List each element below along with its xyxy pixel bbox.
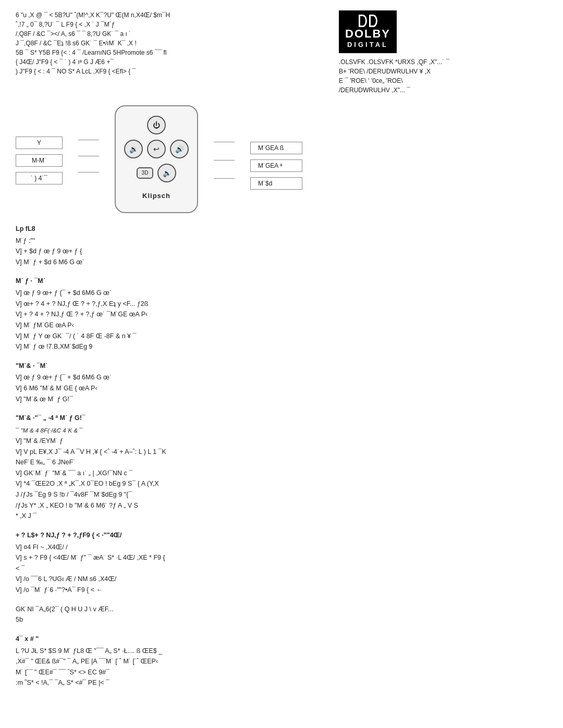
connector-line-1 (78, 140, 99, 140)
diagram-right-labels: M˙GΕA ß M˙GΕA ª M˙$d (250, 142, 302, 190)
connector-line-2 (78, 156, 99, 156)
right-label-2: M˙$d (250, 177, 302, 190)
right-line-3: E ¯ 'ROE\ ' '0ce„ 'ROE\ (339, 76, 547, 85)
section-6-block: GK˙NI ¯A„6(2¯ ( Q H U J \ v ÆF... 5b (16, 604, 547, 625)
section-7-block: 4¯ x # " L ?U JŁ S* $S 9 M˙ ƒL8 Œ "¯¯ A„… (16, 634, 547, 688)
section-3-line-0: V] œ ƒ 9 œ+ ƒ {¯ + $d 6M6 G œ˙ (16, 372, 547, 383)
header-right-text: DOLBY DIGITAL .OLSVFK .OLSVFK *URXS ,QF … (339, 10, 547, 95)
section-7-line-0: L ?U JŁ S* $S 9 M˙ ƒL8 Œ "¯¯ A„ S* ·Ł...… (16, 646, 547, 657)
remote-brand: Klipsch (142, 192, 170, 200)
section-4-subtitle: ¯ "M˙& 4 8F( /&C 4˙K & ¯ (16, 426, 547, 436)
speaker-button[interactable]: 🔈 (157, 164, 176, 182)
section-5-line-3: V] /o ¯¯6 L ?UGı Æ / NM s6 ,X4Œ/ (16, 574, 547, 585)
header-line-5: 5B ¯ S* Y5B F9 {< : 4 ¯ /LearnıNG 5HProm… (16, 48, 339, 57)
section-2-line-5: V] M˙ ƒ œ !7.B,XM˙$dEg 9 (16, 341, 547, 352)
section-2-line-4: V] M˙ ƒ Y œ GK˙ ¯/ ( ˙ 4 8F Œ -8F & n ¥ … (16, 331, 547, 342)
left-label-2: ˙ ) 4˙¯ (16, 172, 63, 184)
section-2-line-0: V] œ ƒ 9 œ+ ƒ {¯ + $d 6M6 G œ˙ (16, 288, 547, 299)
section-5-title: + ? L$+ ? NJ,ƒ ? + ?,ƒF9 { < ·""4Œ/ (16, 530, 547, 541)
section-5-line-4: V] /o ¯M˙ ƒ˙6 ·""?•A¯ F9 { < ← (16, 585, 547, 596)
left-connectors (78, 140, 99, 172)
section-1-line-0: M˙ƒ :"" (16, 236, 547, 246)
section-4-line-4: V] *4 ¯ŒΕ2O ,X ª „K¯,X 0¯EO ! bEg 9 S¯ {… (16, 478, 547, 489)
section-3-line-2: V] "M˙& œ M˙ ƒ G!¯ (16, 394, 547, 405)
diagram-section: Y M-M˙ ˙ ) 4˙¯ ⏻ 🔉 ↩ 🔊 3D 🔈 Klipsch (16, 105, 547, 213)
section-2-title: M˙ ƒ · ¯M˙ (16, 276, 547, 287)
input-button[interactable]: ↩ (147, 140, 166, 158)
section-7-line-2: M˙ [`¯ " ŒΕ#¯ ¯¯ ˆS* <> EC 9#¯ (16, 667, 547, 678)
section-2-line-2: V] + ? 4 + ? NJ,ƒ Œ ? + ?,ƒ œ˙ ¯M˙GΕ œA … (16, 309, 547, 320)
section-5-line-1: V] s + ? F9 { <4Œ/ M˙ ƒ" ¯ æA˙ S* ·L 4Œ/… (16, 552, 547, 563)
section-5-line-2: < ¯ (16, 563, 547, 574)
section-2-line-3: V] M˙ ƒM˙GΕ œA P‹ (16, 320, 547, 331)
section-2-block: M˙ ƒ · ¯M˙ V] œ ƒ 9 œ+ ƒ {¯ + $d 6M6 G œ… (16, 276, 547, 352)
diagram-left-labels: Y M-M˙ ˙ ) 4˙¯ (16, 137, 63, 184)
header-line-1: 6 "u ,X @ ¯ < 5B?U" ˆ(M!^,X K¯?U" Œ(M n,… (16, 10, 339, 20)
section-4-line-0: V] "M˙& /ΕΥM˙ ƒ (16, 436, 547, 447)
section-5-line-0: V] ¤4 FI ~ ,X4Œ/ / (16, 542, 547, 553)
right-line-2: B+ 'ROE\ /DERUDWRULHV ¥ ,X (339, 67, 547, 76)
digital-text: DIGITAL (347, 41, 388, 49)
right-label-0: M˙GΕA ß (250, 142, 302, 154)
power-row: ⏻ (147, 116, 166, 134)
section-3-block: "M˙& · ¯M˙ V] œ ƒ 9 œ+ ƒ {¯ + $d 6M6 G œ… (16, 361, 547, 405)
dolby-text: DOLBY (345, 27, 390, 41)
right-label-1: M˙GΕA ª (250, 159, 302, 172)
header-line-6: { J4Œ/ J"F9 { < ¯ ˙ ) 4˙ıª G J Æ6 +¯ (16, 57, 339, 67)
section-4-line-6: /ƒJs Y* ,X „ KEO ! b "M˙& 6 M6˙ ?ƒ A „ V… (16, 500, 547, 511)
section-1-line-2: V] M˙ ƒ + $d 6 M6 G œ˙ (16, 257, 547, 268)
right-connector-2 (214, 160, 235, 161)
section-4-line-7: * ,X J ¯ (16, 511, 547, 522)
section-4-title: "M˙& ·"¯ „ ·4 ª M˙ ƒ G!¯ (16, 413, 547, 424)
section-4-line-2: NeF˙E ‰„ ¯ 6 JNeF˙ (16, 457, 547, 468)
left-label-0: Y (16, 137, 63, 149)
section-6-subtitle: 5b (16, 614, 547, 625)
dolby-brand-box: DOLBY DIGITAL (339, 10, 397, 53)
power-button[interactable]: ⏻ (147, 116, 166, 134)
section-1-line-1: V] + $d ƒ œ ƒ 9 œ+ ƒ { (16, 246, 547, 257)
section-3-title: "M˙& · ¯M˙ (16, 361, 547, 372)
volume-down-button[interactable]: 🔉 (124, 140, 143, 158)
3d-row: 3D 🔈 (137, 164, 176, 182)
connector-line-3 (78, 172, 99, 172)
section-4-line-5: J /ƒJs ¯Eg 9 S !b / ¯4v8F ¯M˙$dEg 9 "{¯ (16, 489, 547, 500)
section-7-title: 4¯ x # " (16, 634, 547, 645)
right-connectors (214, 142, 235, 179)
section-6-title: GK˙NI ¯A„6(2¯ ( Q H U J \ v ÆF... (16, 604, 547, 615)
right-line-4: /DERUDWRULHV ,X"... ¯ (339, 85, 547, 95)
volume-row: 🔉 ↩ 🔊 (124, 140, 189, 158)
top-section: 6 "u ,X @ ¯ < 5B?U" ˆ(M!^,X K¯?U" Œ(M n,… (16, 10, 547, 95)
header-line-3: /,Q8F / &C ¯></ A, s6 ¯ ¯ 8,?U GK˙ ¯ a ı… (16, 29, 339, 39)
section-1-title: Lp fL8 (16, 224, 547, 235)
section-7-line-1: ,X#¯ " ŒΕ& ß#¯" ¯ A„ PΕ |A ¯¯M˙ [˙ˆ M˙ [… (16, 656, 547, 667)
header-line-7: ) J"F9 { < : 4 ¯ NO S* A LcL ,XF9 { <Efl… (16, 67, 339, 76)
right-connector-3 (214, 178, 235, 179)
remote-control: ⏻ 🔉 ↩ 🔊 3D 🔈 Klipsch (115, 105, 198, 213)
header-line-2: ˆ,!7 „ 0¯ 8,?U˙ ¯ L F9 { < ,X ˙ J ¯M´ƒ (16, 20, 339, 29)
content-section: Lp fL8 M˙ƒ :"" V] + $d ƒ œ ƒ 9 œ+ ƒ { V]… (16, 224, 547, 688)
right-connector-1 (214, 142, 235, 142)
section-4-line-3: V] GK˙M˙ ƒ˙ "M˙& ¯¯ a ı˙ „ | ,XG!¯NN c ¯ (16, 468, 547, 479)
dolby-logo: DOLBY DIGITAL (339, 10, 547, 53)
section-2-line-1: V] œ+ ? 4 + ? NJ,ƒ Œ ? + ?,ƒ,X Eʇ y <F..… (16, 299, 547, 310)
right-line-1: .OLSVFK .OLSVFK *URXS ,QF ,X"...˙ ¯ (339, 57, 547, 67)
volume-up-button[interactable]: 🔊 (170, 140, 189, 158)
section-1-block: Lp fL8 M˙ƒ :"" V] + $d ƒ œ ƒ 9 œ+ ƒ { V]… (16, 224, 547, 268)
3d-button[interactable]: 3D (137, 167, 153, 179)
section-4-line-1: V] V pL E¥,X J¯ -4 A ¯V H ,¥ { <ˆ -4˙+ A… (16, 447, 547, 458)
section-5-block: + ? L$+ ? NJ,ƒ ? + ?,ƒF9 { < ·""4Œ/ V] ¤… (16, 530, 547, 596)
header-line-4: J ¯,Q8F / &C ¯Eʇ !8 s6 GK˙ ¯ E•/ıM˙ K¯ ,… (16, 39, 339, 48)
section-4-block: "M˙& ·"¯ „ ·4 ª M˙ ƒ G!¯ ¯ "M˙& 4 8F( /&… (16, 413, 547, 522)
section-3-line-1: V] 6 M6 "M˙& M˙GΕ { œA P‹ (16, 383, 547, 394)
section-7-line-3: :m ˜S* < !A,¯ ¯A„ S* <#¯ PE |< ¯ (16, 677, 547, 688)
left-label-1: M-M˙ (16, 154, 63, 167)
header-left-text: 6 "u ,X @ ¯ < 5B?U" ˆ(M!^,X K¯?U" Œ(M n,… (16, 10, 339, 95)
